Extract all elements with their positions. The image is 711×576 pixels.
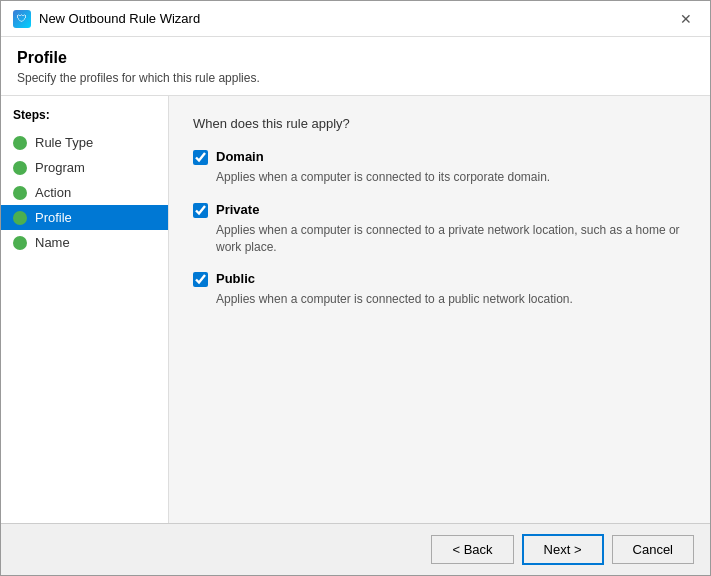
- domain-label: Domain: [216, 149, 264, 164]
- title-bar-left: 🛡 New Outbound Rule Wizard: [13, 10, 200, 28]
- app-icon: 🛡: [13, 10, 31, 28]
- main-content: When does this rule apply? Domain Applie…: [169, 96, 710, 523]
- rule-apply-text: When does this rule apply?: [193, 116, 686, 131]
- domain-checkbox[interactable]: [193, 150, 208, 165]
- footer: < Back Next > Cancel: [1, 523, 710, 575]
- step-dot-action: [13, 186, 27, 200]
- sidebar: Steps: Rule Type Program Action Profile …: [1, 96, 169, 523]
- content-area: Steps: Rule Type Program Action Profile …: [1, 96, 710, 523]
- page-title: Profile: [17, 49, 694, 67]
- step-dot-profile: [13, 211, 27, 225]
- window-title: New Outbound Rule Wizard: [39, 11, 200, 26]
- domain-checkbox-row: Domain: [193, 149, 686, 165]
- public-label: Public: [216, 271, 255, 286]
- step-label-program: Program: [35, 160, 85, 175]
- window: 🛡 New Outbound Rule Wizard ✕ Profile Spe…: [0, 0, 711, 576]
- public-section: Public Applies when a computer is connec…: [193, 271, 686, 308]
- private-desc: Applies when a computer is connected to …: [216, 222, 686, 256]
- sidebar-item-name[interactable]: Name: [1, 230, 168, 255]
- domain-section: Domain Applies when a computer is connec…: [193, 149, 686, 186]
- public-desc: Applies when a computer is connected to …: [216, 291, 686, 308]
- step-dot-program: [13, 161, 27, 175]
- step-label-profile: Profile: [35, 210, 72, 225]
- steps-label: Steps:: [1, 108, 168, 130]
- private-section: Private Applies when a computer is conne…: [193, 202, 686, 256]
- page-header: Profile Specify the profiles for which t…: [1, 37, 710, 96]
- private-checkbox[interactable]: [193, 203, 208, 218]
- private-checkbox-row: Private: [193, 202, 686, 218]
- private-label: Private: [216, 202, 259, 217]
- step-dot-rule-type: [13, 136, 27, 150]
- public-checkbox-row: Public: [193, 271, 686, 287]
- public-checkbox[interactable]: [193, 272, 208, 287]
- domain-desc: Applies when a computer is connected to …: [216, 169, 686, 186]
- cancel-button[interactable]: Cancel: [612, 535, 694, 564]
- step-dot-name: [13, 236, 27, 250]
- sidebar-item-action[interactable]: Action: [1, 180, 168, 205]
- sidebar-item-rule-type[interactable]: Rule Type: [1, 130, 168, 155]
- sidebar-item-program[interactable]: Program: [1, 155, 168, 180]
- step-label-rule-type: Rule Type: [35, 135, 93, 150]
- close-button[interactable]: ✕: [674, 7, 698, 31]
- sidebar-item-profile[interactable]: Profile: [1, 205, 168, 230]
- step-label-name: Name: [35, 235, 70, 250]
- page-subtitle: Specify the profiles for which this rule…: [17, 71, 694, 85]
- next-button[interactable]: Next >: [522, 534, 604, 565]
- step-label-action: Action: [35, 185, 71, 200]
- back-button[interactable]: < Back: [431, 535, 513, 564]
- title-bar: 🛡 New Outbound Rule Wizard ✕: [1, 1, 710, 37]
